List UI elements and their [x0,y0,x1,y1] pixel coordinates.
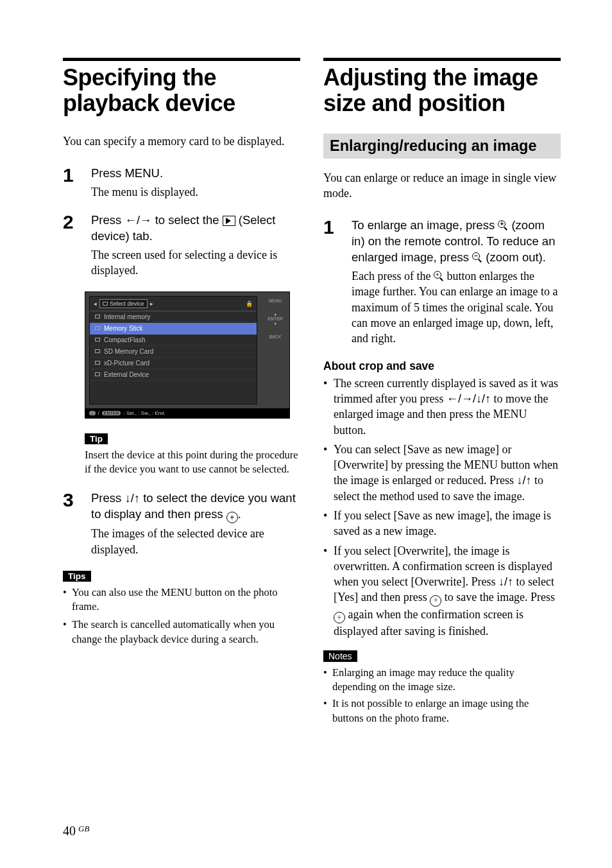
section-title: Adjusting the image size and position [323,65,561,117]
list-item: If you select [Overwrite], the image is … [323,543,561,639]
section-title: Specifying the playback device [63,65,300,117]
step-number: 1 [63,166,80,200]
list-item: Enlarging an image may reduce the qualit… [323,666,561,695]
tab-select-device: Select device [99,299,148,308]
step-result: Each press of the + button enlarges the … [352,268,561,346]
step-number: 2 [63,213,80,279]
list-item: External Device [90,369,257,381]
tips-list: You can also use the MENU button on the … [63,586,300,647]
step-instruction: Press ←/→ to select the (Select device) … [91,213,300,245]
step-result: The images of the selected device are di… [91,526,300,557]
notes-label: Notes [323,650,357,662]
text: If you select [Save as new image], the i… [334,509,551,537]
side-label: BACK [262,334,288,339]
arrow-down-up-icon: ↓/↑ [124,491,140,505]
step: 1 To enlarge an image, press + (zoom in)… [323,218,561,346]
list-item: The screen currently displayed is saved … [323,376,561,438]
text: Press [91,491,124,505]
list-item: Internal memory [90,311,257,323]
zoom-in-icon: + [434,271,444,281]
left-column: Specifying the playback device You can s… [63,58,300,728]
notes-list: Enlarging an image may reduce the qualit… [323,666,561,725]
zoom-in-icon: + [498,220,508,230]
text: (zoom out). [482,250,546,264]
arrow-down-up-icon: ↓/↑ [498,575,513,588]
tip-text: Insert the device at this point during t… [85,448,300,477]
step: 3 Press ↓/↑ to select the device you wan… [63,490,300,557]
side-label: MENU [262,299,288,303]
text: to save the image. Press [441,591,555,603]
text: again when the confirmation screen is di… [334,608,523,638]
side-label: ●ENTER● [262,312,288,326]
intro-text: You can specify a memory card to be disp… [63,134,300,149]
tab-icon: ▸ [150,300,153,307]
list-item: If you select [Save as new image], the i… [323,508,561,539]
enter-icon: + [430,595,441,607]
right-column: Adjusting the image size and position En… [323,58,561,728]
select-device-icon [223,216,235,226]
step-number: 3 [63,490,80,557]
device-list: Internal memory Memory Stick CompactFlas… [90,311,257,404]
list-item: The search is cancelled automatically wh… [63,618,300,647]
enter-icon: + [334,612,345,623]
list-item: SD Memory Card [90,346,257,358]
enter-icon: + [226,512,238,523]
list-item: CompactFlash [90,334,257,346]
tab-icon: ◂ [94,300,97,307]
arrow-quad-icon: ←/→/↓/↑ [446,392,491,405]
zoom-out-icon: − [472,252,482,263]
step-result: The screen used for selecting a device i… [91,247,300,279]
list-item: xD-Picture Card [90,358,257,369]
text: . [238,507,241,521]
subheading: About crop and save [323,360,561,373]
step: 2 Press ←/→ to select the (Select device… [63,213,300,279]
text: Each press of the [352,270,434,282]
screenshot-footer: ↕ / ENTER: Sel., : Sw., : End. [85,408,289,418]
region-code: GB [78,824,89,833]
list-item: You can select [Save as new image] or [O… [323,442,561,504]
list-item: Memory Stick [90,323,257,334]
arrow-left-right-icon: ←/→ [124,213,151,227]
step-instruction: Press MENU. [91,166,300,182]
text: to select the [152,213,223,227]
subsection-title: Enlarging/reducing an image [323,134,561,159]
section-rule [63,58,300,61]
tab-label: Select device [110,300,144,307]
device-menu-screenshot: ◂ Select device ▸ 🔒 Internal memory Memo… [85,291,290,419]
arrow-down-up-icon: ↓/↑ [517,474,532,487]
list-item: You can also use the MENU button on the … [63,586,300,614]
tips-label: Tips [63,571,91,582]
page-number: 40 [63,824,76,838]
tip-label: Tip [85,433,108,444]
bullet-list: The screen currently displayed is saved … [323,376,561,639]
text: Press [91,213,124,227]
step-number: 1 [323,218,340,346]
page-footer: 40GB [63,824,89,838]
list-item: It is not possible to enlarge an image u… [323,697,561,725]
text: To enlarge an image, press [352,218,498,232]
intro-text: You can enlarge or reduce an image in si… [323,170,561,202]
step: 1 Press MENU. The menu is displayed. [63,166,300,200]
section-rule [323,58,561,61]
lock-icon: 🔒 [246,300,253,307]
step-instruction: Press ↓/↑ to select the device you want … [91,490,300,523]
step-instruction: To enlarge an image, press + (zoom in) o… [352,218,561,266]
step-result: The menu is displayed. [91,184,300,200]
